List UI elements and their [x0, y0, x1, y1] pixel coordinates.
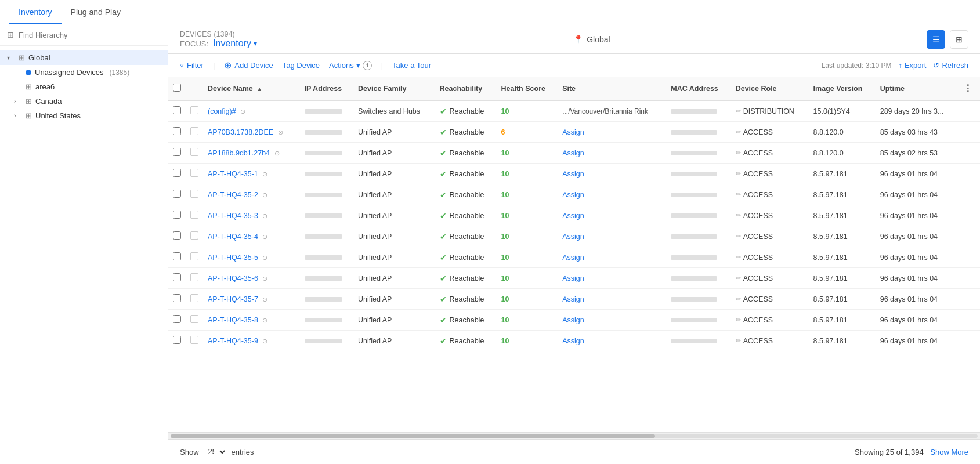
col-header-uptime[interactable]: Uptime [876, 77, 959, 100]
row-checkbox[interactable] [173, 315, 181, 323]
device-name-link[interactable]: AP188b.9db1.27b4 [208, 149, 270, 157]
device-info-icon[interactable]: ⊙ [262, 338, 267, 345]
horizontal-scrollbar[interactable] [168, 432, 980, 439]
role-edit-icon[interactable]: ✏ [736, 191, 741, 198]
col-header-ip-address[interactable]: IP Address [300, 77, 354, 100]
list-view-button[interactable]: ☰ [927, 30, 945, 49]
col-header-site[interactable]: Site [558, 77, 666, 100]
device-info-icon[interactable]: ⊙ [262, 296, 267, 303]
site-assign-link[interactable]: Assign [562, 295, 584, 303]
col-header-image-version[interactable]: Image Version [809, 77, 876, 100]
device-info-icon[interactable]: ⊙ [262, 233, 267, 240]
row-checkbox[interactable] [173, 190, 181, 198]
sidebar-item-unassigned[interactable]: Unassigned Devices (1385) [0, 65, 168, 79]
filter-button[interactable]: ▿ Filter [180, 61, 204, 70]
col-header-device-role[interactable]: Device Role [731, 77, 809, 100]
show-more-link[interactable]: Show More [930, 448, 968, 456]
take-tour-button[interactable]: Take a Tour [392, 61, 431, 70]
role-edit-icon[interactable]: ✏ [736, 212, 741, 219]
role-edit-icon[interactable]: ✏ [736, 128, 741, 136]
role-edit-icon[interactable]: ✏ [736, 233, 741, 240]
role-edit-icon[interactable]: ✏ [736, 274, 741, 282]
col-header-device-name[interactable]: Device Name ▲ [203, 77, 300, 100]
device-name-link[interactable]: AP-T-HQ4-35-9 [208, 337, 258, 345]
sidebar-item-area6[interactable]: ⊞ area6 [0, 79, 168, 94]
arrow-united-states[interactable]: › [14, 113, 22, 119]
device-info-icon[interactable]: ⊙ [274, 150, 280, 157]
role-edit-icon[interactable]: ✏ [736, 337, 741, 345]
site-assign-link[interactable]: Assign [562, 149, 584, 157]
site-assign-link[interactable]: Assign [562, 337, 584, 345]
row-checkbox-cell[interactable] [168, 310, 186, 331]
grid-view-button[interactable]: ⊞ [950, 30, 968, 49]
col-header-device-family[interactable]: Device Family [353, 77, 435, 100]
tag-device-button[interactable]: Tag Device [283, 61, 320, 70]
row-checkbox[interactable] [173, 273, 181, 281]
row-checkbox-cell[interactable] [168, 289, 186, 310]
device-name-link[interactable]: AP-T-HQ4-35-2 [208, 191, 258, 199]
device-info-icon[interactable]: ⊙ [262, 275, 267, 282]
device-name-link[interactable]: AP70B3.1738.2DEE [208, 128, 273, 136]
site-assign-link[interactable]: Assign [562, 191, 584, 199]
role-edit-icon[interactable]: ✏ [736, 149, 741, 157]
col-header-mac-address[interactable]: MAC Address [666, 77, 731, 100]
device-name-link[interactable]: AP-T-HQ4-35-3 [208, 212, 258, 220]
row-checkbox-cell[interactable] [168, 247, 186, 268]
role-edit-icon[interactable]: ✏ [736, 253, 741, 261]
row-checkbox-cell[interactable] [168, 100, 186, 122]
entries-select[interactable]: 25 50 100 [204, 445, 227, 458]
sidebar-item-united-states[interactable]: › ⊞ United States [0, 108, 168, 123]
tab-plug-and-play[interactable]: Plug and Play [62, 2, 130, 24]
select-all-checkbox[interactable] [173, 84, 181, 92]
device-name-link[interactable]: AP-T-HQ4-35-8 [208, 316, 258, 324]
site-assign-link[interactable]: Assign [562, 170, 584, 178]
site-assign-link[interactable]: Assign [562, 274, 584, 282]
row-checkbox[interactable] [173, 231, 181, 240]
device-name-link[interactable]: AP-T-HQ4-35-1 [208, 170, 258, 178]
site-assign-link[interactable]: Assign [562, 253, 584, 262]
role-edit-icon[interactable]: ✏ [736, 170, 741, 177]
row-checkbox[interactable] [173, 336, 181, 344]
col-header-reachability[interactable]: Reachability [435, 77, 497, 100]
row-checkbox-cell[interactable] [168, 184, 186, 205]
row-checkbox[interactable] [173, 127, 181, 135]
row-checkbox[interactable] [173, 252, 181, 260]
site-assign-link[interactable]: Assign [562, 128, 584, 136]
sidebar-item-canada[interactable]: › ⊞ Canada [0, 94, 168, 108]
row-checkbox[interactable] [173, 294, 181, 302]
row-checkbox[interactable] [173, 169, 181, 177]
refresh-button[interactable]: ↺ Refresh [933, 61, 968, 70]
arrow-canada[interactable]: › [14, 98, 22, 104]
device-info-icon[interactable]: ⊙ [262, 212, 267, 219]
sidebar-item-global[interactable]: ▾ ⊞ Global [0, 50, 168, 65]
device-name-link[interactable]: (config)# [208, 107, 236, 115]
row-checkbox-cell[interactable] [168, 205, 186, 226]
find-hierarchy-input[interactable] [19, 31, 161, 39]
row-checkbox[interactable] [173, 211, 181, 219]
device-info-icon[interactable]: ⊙ [262, 171, 267, 177]
add-device-button[interactable]: ⊕ Add Device [224, 60, 273, 71]
export-button[interactable]: ↑ Export [898, 61, 926, 70]
actions-button[interactable]: Actions ▾ ℹ [329, 61, 372, 70]
device-info-icon[interactable]: ⊙ [262, 254, 267, 261]
col-header-health-score[interactable]: Health Score [497, 77, 558, 100]
site-assign-link[interactable]: Assign [562, 316, 584, 324]
scroll-thumb[interactable] [171, 434, 655, 438]
device-name-sort-icon[interactable]: ▲ [256, 86, 262, 92]
role-edit-icon[interactable]: ✏ [736, 295, 741, 303]
device-info-icon[interactable]: ⊙ [262, 191, 267, 198]
device-info-icon[interactable]: ⊙ [240, 108, 245, 115]
device-name-link[interactable]: AP-T-HQ4-35-4 [208, 233, 258, 241]
focus-chevron-icon[interactable]: ▾ [254, 39, 257, 48]
devices-table-container[interactable]: Device Name ▲ IP Address Device Family R… [168, 77, 980, 432]
device-name-link[interactable]: AP-T-HQ4-35-5 [208, 253, 258, 262]
row-checkbox[interactable] [173, 148, 181, 156]
role-edit-icon[interactable]: ✏ [736, 107, 741, 115]
device-name-link[interactable]: AP-T-HQ4-35-6 [208, 274, 258, 282]
row-checkbox-cell[interactable] [168, 331, 186, 351]
row-checkbox-cell[interactable] [168, 143, 186, 164]
row-checkbox-cell[interactable] [168, 122, 186, 143]
row-checkbox-cell[interactable] [168, 164, 186, 184]
device-name-link[interactable]: AP-T-HQ4-35-7 [208, 295, 258, 303]
role-edit-icon[interactable]: ✏ [736, 316, 741, 324]
